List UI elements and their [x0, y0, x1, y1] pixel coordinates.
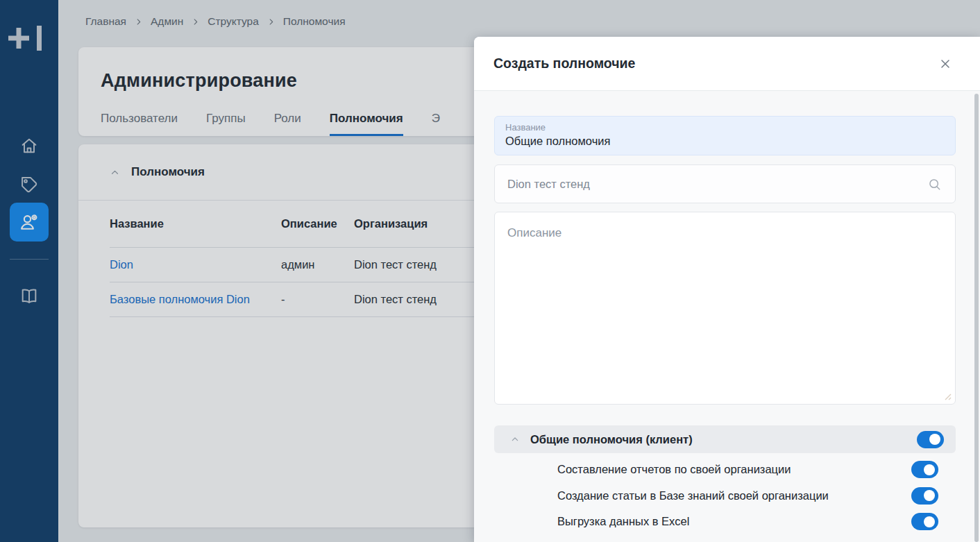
toggle-knob [929, 434, 940, 445]
organization-select-value: Dion тест стенд [507, 178, 590, 191]
permission-group-header: Общие полномочия (клиент) [494, 425, 956, 453]
search-icon[interactable] [927, 177, 942, 192]
toggle-knob [924, 516, 935, 527]
organization-select[interactable]: Dion тест стенд [494, 164, 956, 203]
create-permission-drawer: Создать полномочие Название Общие полном… [474, 37, 980, 542]
permission-item: Составление отчетов по своей организации [494, 457, 956, 483]
permission-item: Создание статьи в Базе знаний своей орга… [494, 483, 956, 509]
permission-item-label: Создание статьи в Базе знаний своей орга… [557, 489, 829, 502]
description-textarea[interactable] [495, 212, 955, 404]
toggle-knob [924, 464, 935, 475]
permission-item-label: Составление отчетов по своей организации [557, 463, 791, 476]
permission-toggle-switch[interactable] [911, 461, 938, 478]
permission-item-label: Выгрузка данных в Excel [557, 515, 689, 528]
permission-toggle-switch[interactable] [911, 487, 938, 505]
drawer-body: Название Общие полномочия Dion тест стен… [474, 91, 980, 535]
drawer-scrollbar[interactable] [974, 94, 979, 542]
close-icon [938, 57, 952, 71]
drawer-title: Создать полномочие [493, 56, 635, 71]
resize-grip-icon[interactable] [943, 391, 952, 400]
description-field [494, 212, 956, 405]
drawer-header: Создать полномочие [474, 37, 980, 91]
name-field-label: Название [505, 122, 945, 133]
close-button[interactable] [938, 57, 952, 71]
collapse-chevron-up-icon[interactable] [509, 434, 521, 445]
toggle-knob [924, 490, 935, 501]
group-toggle-switch[interactable] [917, 431, 944, 448]
permission-item: Выгрузка данных в Excel [494, 509, 956, 535]
name-field-value: Общие полномочия [505, 135, 945, 148]
permission-toggle-switch[interactable] [911, 513, 938, 530]
permission-items: Составление отчетов по своей организации… [494, 457, 956, 535]
name-field[interactable]: Название Общие полномочия [494, 116, 956, 155]
permission-group-title: Общие полномочия (клиент) [530, 433, 693, 446]
